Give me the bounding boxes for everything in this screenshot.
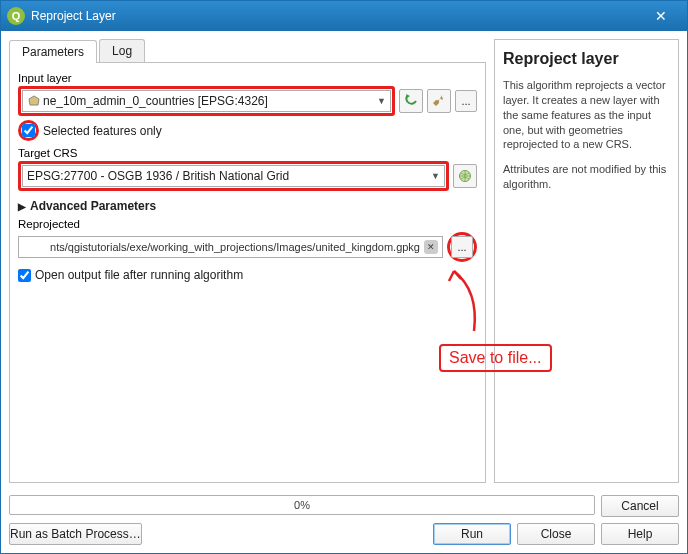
run-button[interactable]: Run — [433, 523, 511, 545]
open-output-checkbox[interactable] — [18, 269, 31, 282]
input-layer-combo[interactable]: ne_10m_admin_0_countries [EPSG:4326] ▼ — [22, 90, 391, 112]
wrench-icon[interactable] — [427, 89, 451, 113]
selected-features-only-checkbox[interactable] — [22, 124, 35, 137]
target-crs-value: EPSG:27700 - OSGB 1936 / British Nationa… — [27, 169, 289, 183]
chevron-down-icon: ▼ — [431, 171, 440, 181]
expand-icon: ▶ — [18, 201, 26, 212]
help-title: Reproject layer — [503, 50, 670, 68]
reprojected-path-value: nts/qgistutorials/exe/working_with_proje… — [50, 241, 420, 253]
help-para-1: This algorithm reprojects a vector layer… — [503, 78, 670, 152]
reprojected-label: Reprojected — [18, 218, 477, 230]
window-title: Reproject Layer — [31, 9, 641, 23]
close-icon[interactable]: ✕ — [641, 8, 681, 24]
tab-parameters[interactable]: Parameters — [9, 40, 97, 63]
run-batch-button[interactable]: Run as Batch Process… — [9, 523, 142, 545]
refresh-icon[interactable] — [399, 89, 423, 113]
app-icon: Q — [7, 7, 25, 25]
reprojected-path-input[interactable]: nts/qgistutorials/exe/working_with_proje… — [18, 236, 443, 258]
input-layer-value: ne_10m_admin_0_countries [EPSG:4326] — [43, 94, 268, 108]
advanced-parameters-toggle[interactable]: ▶ Advanced Parameters — [18, 199, 477, 213]
help-para-2: Attributes are not modified by this algo… — [503, 162, 670, 192]
chevron-down-icon: ▼ — [377, 96, 386, 106]
selected-features-only-label: Selected features only — [43, 124, 162, 138]
progress-bar: 0% — [9, 495, 595, 515]
close-button[interactable]: Close — [517, 523, 595, 545]
tab-log[interactable]: Log — [99, 39, 145, 62]
input-layer-label: Input layer — [18, 72, 477, 84]
cancel-button[interactable]: Cancel — [601, 495, 679, 517]
polygon-icon — [27, 94, 41, 108]
open-output-label: Open output file after running algorithm — [35, 268, 243, 282]
crs-select-icon[interactable] — [453, 164, 477, 188]
reprojected-browse-button[interactable]: ... — [451, 236, 473, 258]
clear-icon[interactable]: ✕ — [424, 240, 438, 254]
target-crs-label: Target CRS — [18, 147, 477, 159]
help-button[interactable]: Help — [601, 523, 679, 545]
input-layer-browse-button[interactable]: ... — [455, 90, 477, 112]
target-crs-combo[interactable]: EPSG:27700 - OSGB 1936 / British Nationa… — [22, 165, 445, 187]
help-panel: Reproject layer This algorithm reproject… — [494, 39, 679, 483]
